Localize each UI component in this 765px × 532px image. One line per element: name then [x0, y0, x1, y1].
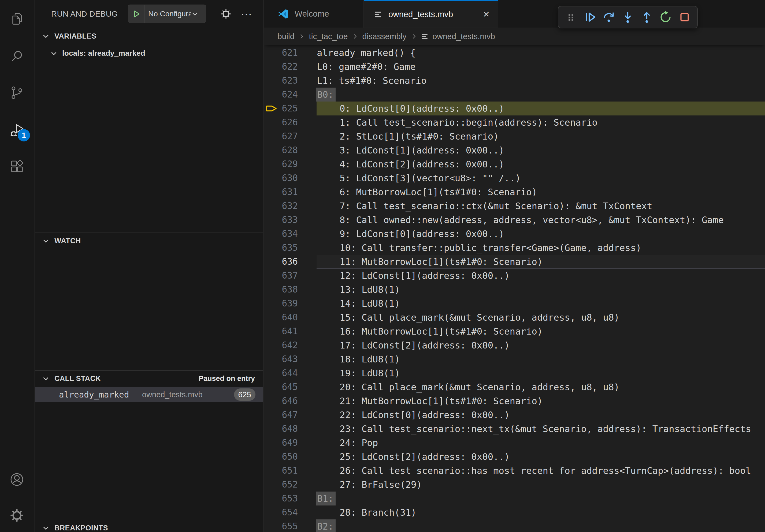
line-text[interactable]: L1: ts#1#0: Scenario [317, 74, 426, 88]
line-number[interactable]: 627 [264, 130, 298, 143]
restart-button[interactable] [657, 8, 674, 27]
line-text[interactable]: 23: Call test_scenario::next_tx(&mut Sce… [340, 422, 751, 436]
activity-extensions-button[interactable] [0, 153, 34, 181]
line-text[interactable]: 7: Call test_scenario::ctx(&mut Scenario… [340, 199, 652, 213]
breakpoints-section-header[interactable]: BREAKPOINTS [35, 521, 263, 532]
line-text[interactable]: 3: LdConst[1](address: 0x00..) [340, 143, 504, 157]
breadcrumb-item[interactable]: disassembly [362, 32, 406, 41]
line-text[interactable]: 20: Call place_mark(&mut Scenario, addre… [340, 380, 619, 394]
code-line[interactable]: 641 16: MutBorrowLoc[1](ts#1#0: Scenario… [264, 324, 765, 338]
line-number[interactable]: 643 [264, 352, 298, 366]
code-line[interactable]: 646 21: MutBorrowLoc[1](ts#1#0: Scenario… [264, 394, 765, 408]
watch-section-header[interactable]: WATCH [35, 234, 263, 248]
activity-explorer-button[interactable] [0, 5, 34, 33]
line-text[interactable]: 15: Call place_mark(&mut Scenario, addre… [340, 311, 619, 324]
line-text[interactable]: 22: LdConst[0](address: 0x00..) [340, 408, 510, 422]
code-line[interactable]: 642 17: LdConst[2](address: 0x00..) [264, 338, 765, 352]
line-number[interactable]: 624 [264, 88, 298, 102]
code-line[interactable]: 648 23: Call test_scenario::next_tx(&mut… [264, 422, 765, 436]
code-line[interactable]: 651 26: Call test_scenario::has_most_rec… [264, 464, 765, 478]
code-line[interactable]: 631 6: MutBorrowLoc[1](ts#1#0: Scenario) [264, 185, 765, 199]
debug-config-dropdown[interactable]: No Configura [128, 5, 206, 23]
line-number[interactable]: 641 [264, 324, 298, 338]
line-number[interactable]: 642 [264, 338, 298, 352]
activity-settings-button[interactable] [0, 501, 34, 529]
line-text[interactable]: 9: LdConst[0](address: 0x00..) [340, 227, 504, 241]
activity-account-button[interactable] [0, 465, 34, 493]
line-number[interactable]: 622 [264, 60, 298, 74]
line-number[interactable]: 639 [264, 297, 298, 311]
line-number[interactable]: 637 [264, 269, 298, 283]
code-line[interactable]: 644 19: LdU8(1) [264, 366, 765, 380]
stack-frame-row[interactable]: already_marked owned_tests.mvb 625 [35, 387, 263, 402]
line-text[interactable]: 2: StLoc[1](ts#1#0: Scenario) [340, 130, 499, 143]
activity-source-control-button[interactable] [0, 79, 34, 107]
code-line[interactable]: 647 22: LdConst[0](address: 0x00..) [264, 408, 765, 422]
code-line[interactable]: 645 20: Call place_mark(&mut Scenario, a… [264, 380, 765, 394]
line-number[interactable]: 645 [264, 380, 298, 394]
code-line[interactable]: 624 B0: [264, 88, 765, 102]
line-text[interactable]: 12: LdConst[1](address: 0x00..) [340, 269, 510, 283]
line-text[interactable]: 17: LdConst[2](address: 0x00..) [340, 338, 510, 352]
line-number[interactable]: 652 [264, 478, 298, 492]
line-text[interactable]: 6: MutBorrowLoc[1](ts#1#0: Scenario) [340, 185, 537, 199]
debug-current-step-icon[interactable] [266, 104, 278, 113]
continue-button[interactable] [582, 8, 598, 27]
line-number[interactable]: 636 [264, 255, 298, 269]
line-number[interactable]: 647 [264, 408, 298, 422]
line-number[interactable]: 648 [264, 422, 298, 436]
line-text[interactable]: 0: LdConst[0](address: 0x00..) [340, 102, 504, 116]
code-line[interactable]: 630 5: LdConst[3](vector<u8>: "" /..) [264, 171, 765, 185]
toolbar-drag-handle[interactable] [563, 8, 579, 27]
line-text[interactable]: 28: Branch(31) [340, 505, 416, 519]
call-stack-section-header[interactable]: CALL STACK Paused on entry [35, 371, 263, 386]
line-text[interactable]: 18: LdU8(1) [340, 352, 400, 366]
code-line[interactable]: 627 2: StLoc[1](ts#1#0: Scenario) [264, 130, 765, 143]
line-text[interactable]: already_marked() { [317, 46, 415, 60]
code-line[interactable]: 629 4: LdConst[2](address: 0x00..) [264, 157, 765, 171]
line-number[interactable]: 640 [264, 311, 298, 324]
code-line[interactable]: 652 27: BrFalse(29) [264, 478, 765, 492]
line-number[interactable]: 621 [264, 46, 298, 60]
activity-run-debug-button[interactable]: 1 [0, 116, 34, 144]
code-line[interactable]: 653 B1: [264, 492, 765, 505]
close-icon[interactable]: ✕ [483, 10, 490, 19]
line-number[interactable]: 650 [264, 450, 298, 464]
line-number[interactable]: 653 [264, 492, 298, 505]
code-line[interactable]: 654 28: Branch(31) [264, 505, 765, 519]
stop-button[interactable] [676, 8, 693, 27]
line-number[interactable]: 651 [264, 464, 298, 478]
line-number[interactable]: 654 [264, 505, 298, 519]
line-number[interactable]: 633 [264, 213, 298, 227]
line-text[interactable]: 10: Call transfer::public_transfer<Game>… [340, 241, 641, 255]
code-line[interactable]: 643 18: LdU8(1) [264, 352, 765, 366]
line-number[interactable]: 655 [264, 519, 298, 532]
line-text[interactable]: 5: LdConst[3](vector<u8>: "" /..) [340, 171, 521, 185]
line-text[interactable]: 21: MutBorrowLoc[1](ts#1#0: Scenario) [340, 394, 542, 408]
code-line[interactable]: 621 already_marked() { [264, 46, 765, 60]
debug-settings-gear-icon[interactable] [218, 6, 234, 22]
line-number[interactable]: 630 [264, 171, 298, 185]
line-number[interactable]: 638 [264, 283, 298, 297]
locals-scope-row[interactable]: locals: already_marked [35, 46, 263, 61]
line-text[interactable]: B0: [316, 88, 336, 102]
code-line[interactable]: 622 L0: game#2#0: Game [264, 60, 765, 74]
breadcrumb-item[interactable]: owned_tests.mvb [432, 32, 495, 41]
code-line[interactable]: 626 1: Call test_scenario::begin(address… [264, 116, 765, 130]
code-line[interactable]: 628 3: LdConst[1](address: 0x00..) [264, 143, 765, 157]
code-line[interactable]: 639 14: LdU8(1) [264, 297, 765, 311]
line-text[interactable]: 26: Call test_scenario::has_most_recent_… [340, 464, 751, 478]
code-line[interactable]: 635 10: Call transfer::public_transfer<G… [264, 241, 765, 255]
code-line[interactable]: 655 B2: [264, 519, 765, 532]
line-number[interactable]: 634 [264, 227, 298, 241]
code-line[interactable]: 649 24: Pop [264, 436, 765, 450]
step-into-button[interactable] [619, 8, 636, 27]
line-text[interactable]: 16: MutBorrowLoc[1](ts#1#0: Scenario) [340, 324, 542, 338]
code-editor[interactable]: 621 already_marked() { 622 L0: game#2#0:… [264, 45, 765, 532]
line-number[interactable]: 629 [264, 157, 298, 171]
line-number[interactable]: 626 [264, 116, 298, 130]
step-out-button[interactable] [638, 8, 655, 27]
line-text[interactable]: 24: Pop [340, 436, 378, 450]
start-debug-icon[interactable] [128, 5, 145, 23]
breadcrumb-item[interactable]: tic_tac_toe [309, 32, 348, 41]
